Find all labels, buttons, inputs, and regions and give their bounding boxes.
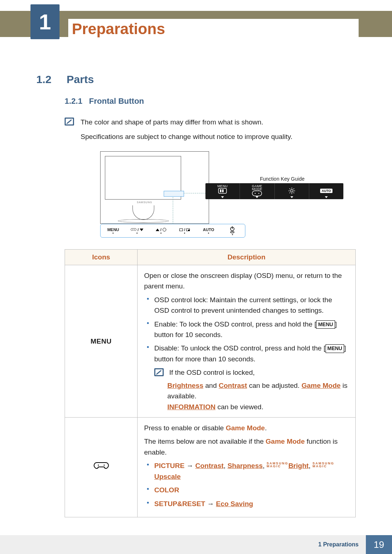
callout-line xyxy=(173,197,173,224)
kw-brightness[interactable]: Brightness xyxy=(167,382,203,389)
bullet-color: COLOR xyxy=(144,485,349,495)
samsung-magic-label: SAMSUNGMAGIC xyxy=(313,462,334,468)
table-header-icons: Icons xyxy=(65,249,138,265)
kw-setupreset: SETUP&RESET xyxy=(154,500,205,508)
kw-sharpness[interactable]: Sharpness xyxy=(228,462,263,469)
osd-cell-menu: MENU xyxy=(205,183,240,199)
button-up-brightness: / xyxy=(149,226,173,236)
bullet-picture: PICTURE → Contrast, Sharpness, SAMSUNGMA… xyxy=(144,460,349,482)
section-heading: 1.2 Parts xyxy=(36,73,356,86)
locked-note-line1: If the OSD control is locked, xyxy=(169,369,255,376)
menu-chip: MENU xyxy=(316,320,335,329)
chapter-title: Preparations xyxy=(68,19,359,57)
subsection-number: 1.2.1 xyxy=(65,97,82,106)
bullet-setupreset: SETUP&RESET → Eco Saving xyxy=(144,498,349,509)
icon-cell-menu: MENU xyxy=(65,265,138,417)
kw-contrast[interactable]: Contrast xyxy=(219,382,247,389)
bullet-enable: Enable: To lock the OSD control, press a… xyxy=(144,319,349,340)
osd-function-key-guide: MENU GAME MODE AUTO xyxy=(205,183,343,199)
osd-cell-brightness xyxy=(275,183,309,199)
header-band: 1 Preparations xyxy=(0,11,392,37)
osd-cell-gamemode: GAME MODE xyxy=(240,183,274,199)
osd-cell-auto: AUTO xyxy=(309,183,343,199)
chapter-number-tab: 1 xyxy=(30,4,60,39)
pip-icon xyxy=(186,229,190,231)
kw-gamemode: Game Mode xyxy=(226,424,265,432)
footer-page-number: 19 xyxy=(366,535,392,554)
button-dot xyxy=(160,233,162,234)
button-menu: MENU xyxy=(101,226,125,236)
note-block: The color and shape of parts may differ … xyxy=(65,117,356,143)
rect-icon xyxy=(179,229,183,231)
down-arrow-icon xyxy=(221,196,224,198)
triangle-up-icon xyxy=(156,229,159,231)
callout-line xyxy=(184,193,205,193)
menu-chip: MENU xyxy=(326,344,344,353)
button-dot xyxy=(232,234,233,235)
down-arrow-icon xyxy=(290,196,293,198)
brightness-icon xyxy=(163,228,166,231)
kw-contrast[interactable]: Contrast xyxy=(195,462,224,469)
kw-eco-saving[interactable]: Eco Saving xyxy=(216,500,253,508)
page-footer: 1 Preparations 19 xyxy=(0,535,392,554)
kw-magic-upscale[interactable]: Upscale xyxy=(154,473,181,480)
gm-line2: The items below are not available if the… xyxy=(144,436,349,457)
brightness-icon xyxy=(288,187,295,194)
footer-chapter-label: 1 Preparations xyxy=(0,535,366,554)
subsection-title: Frontal Button xyxy=(89,97,144,106)
table-row: Press to enable or disable Game Mode. Th… xyxy=(65,418,356,517)
button-game-down: / xyxy=(125,226,149,236)
monitor-base xyxy=(118,219,169,223)
kw-gamemode[interactable]: Game Mode xyxy=(302,382,341,389)
section-number: 1.2 xyxy=(36,73,65,86)
kw-information[interactable]: INFORMATION xyxy=(167,403,216,411)
gamepad-icon xyxy=(131,228,136,231)
button-menu-label: MENU xyxy=(107,227,119,232)
bullet-osd-lock: OSD control lock: Maintain the current s… xyxy=(144,295,349,316)
icon-cell-gamemode xyxy=(65,418,138,517)
button-dot xyxy=(208,233,209,234)
samsung-magic-label: SAMSUNGMAGIC xyxy=(266,462,288,468)
osd-menu-label: MENU xyxy=(205,185,240,188)
icons-description-table: Icons Description MENU Open or close the… xyxy=(65,249,356,517)
menu-icon-label: MENU xyxy=(91,337,112,345)
subsection-heading: 1.2.1 Frontal Button xyxy=(65,97,356,106)
gm-line1: Press to enable or disable Game Mode. xyxy=(144,423,349,433)
bullet-disable: Disable: To unlock the OSD control, pres… xyxy=(144,343,349,364)
kw-magic-bright[interactable]: Bright xyxy=(288,462,309,469)
function-key-guide-label: Function Key Guide xyxy=(260,176,305,182)
button-dot xyxy=(136,233,138,234)
physical-button-bar: MENU / / / xyxy=(100,224,245,238)
button-dot xyxy=(113,233,114,234)
gamepad-icon xyxy=(94,461,109,471)
down-arrow-icon xyxy=(256,196,258,198)
osd-auto-badge: AUTO xyxy=(320,189,332,193)
button-dot xyxy=(184,233,185,234)
description-cell-menu: Open or close the onscreen display (OSD)… xyxy=(138,265,356,417)
monitor-brand-label: SAMSUNG xyxy=(137,201,152,204)
kw-color: COLOR xyxy=(154,486,179,494)
down-arrow-icon xyxy=(325,196,328,198)
monitor-outline: SAMSUNG xyxy=(100,151,209,224)
kw-picture: PICTURE xyxy=(154,462,184,469)
triangle-down-icon xyxy=(140,229,143,231)
button-power xyxy=(220,226,244,236)
osd-menu-icon xyxy=(218,188,227,194)
button-auto: AUTO xyxy=(197,226,221,236)
note-line-2: Specifications are subject to change wit… xyxy=(81,131,293,142)
note-icon xyxy=(154,368,164,376)
power-icon xyxy=(229,226,235,233)
button-auto-label: AUTO xyxy=(203,227,214,232)
note-line-1: The color and shape of parts may differ … xyxy=(81,117,293,128)
monitor-stand xyxy=(132,205,154,220)
table-row: MENU Open or close the onscreen display … xyxy=(65,265,356,417)
description-cell-gamemode: Press to enable or disable Game Mode. Th… xyxy=(138,418,356,517)
table-header-description: Description xyxy=(138,249,356,265)
note-icon xyxy=(65,118,74,126)
kw-gamemode: Game Mode xyxy=(266,438,305,445)
section-title: Parts xyxy=(67,73,94,85)
button-source: / xyxy=(173,226,197,236)
gamepad-icon xyxy=(252,190,262,196)
page-content: 1.2 Parts 1.2.1 Frontal Button The color… xyxy=(0,37,392,517)
monitor-button-strip xyxy=(164,191,184,197)
